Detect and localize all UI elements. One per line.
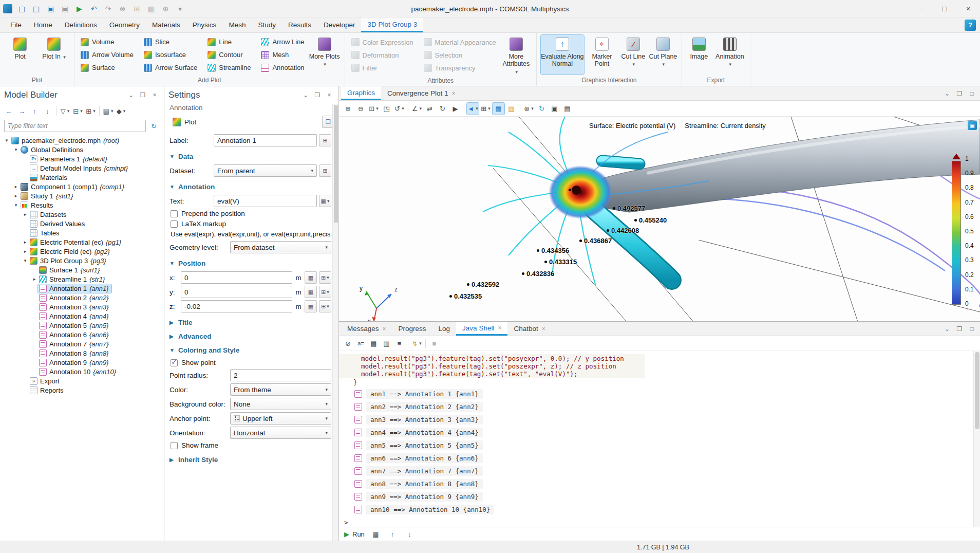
expand-output-icon[interactable]: ▥	[381, 338, 392, 349]
point-radius-input[interactable]	[230, 369, 331, 381]
background-color-select[interactable]: None▾	[230, 398, 331, 410]
expander-icon[interactable]: ▸	[31, 276, 38, 282]
open-file-button[interactable]: ▤	[29, 2, 43, 15]
expander-icon[interactable]: ▸	[12, 193, 20, 198]
scrollbar-thumb[interactable]	[334, 105, 338, 223]
export-image-button[interactable]: Image	[686, 35, 712, 75]
paste-button[interactable]: ▥	[144, 2, 158, 15]
go-to-default-view-icon[interactable]: ↺▾	[393, 103, 405, 115]
section-coloring-and-style[interactable]: ▼Coloring and Style	[169, 342, 331, 356]
measure-icon[interactable]: ▥	[505, 103, 517, 115]
add-arrow-surface-button[interactable]: Arrow Surface	[142, 62, 199, 74]
tree-item-derived-values[interactable]: Derived Values	[0, 219, 164, 228]
tab-geometry[interactable]: Geometry	[103, 17, 146, 32]
show-grid-icon[interactable]: ▦	[493, 103, 504, 115]
color-expression-button[interactable]: Color Expression	[349, 36, 416, 48]
more-attributes-button[interactable]: More Attributes ▾	[500, 35, 532, 75]
panel-menu-icon[interactable]: ⌄	[300, 90, 311, 100]
section-annotation[interactable]: ▼Annotation	[169, 179, 331, 193]
collapse-output-icon[interactable]: ▤	[368, 338, 380, 349]
cut-line-button[interactable]: ∕ Cut Line ▾	[620, 35, 647, 75]
expander-icon[interactable]: ▾	[3, 138, 10, 143]
tree-item-annotation-7[interactable]: Annotation 7{ann7}	[0, 339, 164, 348]
save-as-button[interactable]: ▣	[58, 2, 72, 15]
update-plot-icon[interactable]: ↻	[536, 103, 548, 115]
add-surface-button[interactable]: Surface	[79, 62, 136, 74]
compile-button[interactable]: ⊕	[159, 2, 173, 15]
tab-graphics[interactable]: Graphics	[341, 86, 381, 100]
orientation-select[interactable]: Horizontal▾	[230, 427, 331, 439]
refresh-filter-icon[interactable]: ↻	[148, 120, 160, 132]
color-select[interactable]: From theme▾	[230, 383, 331, 396]
tab-home[interactable]: Home	[28, 17, 59, 32]
marker-point-button[interactable]: ⌖ Marker Point	[586, 35, 618, 75]
float-panel-icon[interactable]: ❒	[954, 88, 965, 99]
add-slice-button[interactable]: Slice	[142, 36, 199, 48]
maximize-panel-icon[interactable]: □	[967, 88, 977, 99]
panel-menu-icon[interactable]: ⌄	[942, 324, 952, 334]
settings-scrollbar[interactable]	[332, 104, 338, 541]
more-plots-button[interactable]: More Plots ▾	[309, 35, 341, 75]
close-tab-icon[interactable]: ×	[383, 325, 386, 333]
show-options-button[interactable]: ▤▾	[102, 105, 114, 117]
add-mesh-button[interactable]: Mesh	[259, 49, 306, 61]
move-down-button[interactable]: ↓	[42, 105, 53, 117]
camera-movie-icon[interactable]: ▶	[449, 103, 461, 115]
section-inherit-style[interactable]: ▶Inherit Style	[169, 452, 331, 466]
plot-in-button[interactable]: Plot In ▾	[38, 35, 70, 75]
float-panel-icon[interactable]: ❒	[138, 90, 148, 100]
scene-rotate-icon[interactable]: ↻	[437, 103, 448, 115]
annotation-text-input[interactable]	[214, 195, 317, 207]
snapshot-camera-icon[interactable]: ▣	[549, 103, 560, 115]
expand-all-button[interactable]: ⊞▾	[85, 105, 97, 117]
history-next-icon[interactable]: ↓	[404, 528, 416, 540]
customize-toolbar-caret[interactable]: ▾	[173, 2, 187, 15]
maximize-panel-icon[interactable]: □	[967, 324, 977, 334]
tree-item-annotation-5[interactable]: Annotation 5{ann5}	[0, 321, 164, 330]
show-variables-icon[interactable]: a=	[355, 338, 367, 349]
zoom-box-icon[interactable]: ⊡▾	[368, 103, 380, 115]
view-orientation-icon[interactable]: ∠▾	[411, 103, 423, 115]
material-appearance-button[interactable]: Material Appearance	[422, 36, 498, 48]
back-button[interactable]: ←	[3, 105, 15, 117]
expander-icon[interactable]: ▸	[12, 184, 20, 189]
java-shell-output[interactable]: model.result("pg3").feature(tag).set("po…	[339, 351, 980, 527]
tab-mesh[interactable]: Mesh	[222, 17, 252, 32]
x-input[interactable]	[181, 271, 292, 284]
tab-study[interactable]: Study	[252, 17, 282, 32]
tab-developer[interactable]: Developer	[317, 17, 362, 32]
close-tab-icon[interactable]: ×	[542, 325, 545, 333]
expander-icon[interactable]: ▾	[22, 258, 29, 263]
section-data[interactable]: ▼Data	[169, 149, 331, 162]
tree-item-component-1[interactable]: ▸Component 1 (comp1){comp1}	[0, 182, 164, 191]
history-previous-icon[interactable]: ↑	[387, 528, 399, 540]
tree-item-tables[interactable]: Tables	[0, 228, 164, 237]
tree-item-annotation-3[interactable]: Annotation 3{ann3}	[0, 302, 164, 311]
tab-physics[interactable]: Physics	[186, 17, 223, 32]
cut-plane-button[interactable]: Cut Plane ▾	[649, 35, 677, 75]
edit-dataset-button[interactable]: ⊞	[319, 164, 331, 177]
collapse-all-button[interactable]: ⊟▾	[72, 105, 84, 117]
add-volume-button[interactable]: Volume	[79, 36, 136, 48]
tree-item-default-model-inputs[interactable]: Default Model Inputs{cminpt}	[0, 163, 164, 173]
tree-item-results[interactable]: ▾Results	[0, 200, 164, 210]
section-position[interactable]: ▼Position	[169, 255, 331, 269]
section-title[interactable]: ▶Title	[169, 315, 331, 328]
add-streamline-button[interactable]: Streamline	[205, 62, 253, 74]
add-annotation-button[interactable]: Annotation	[259, 62, 306, 74]
close-panel-icon[interactable]: ×	[149, 90, 160, 100]
export-animation-button[interactable]: Animation ▾	[714, 35, 746, 75]
move-up-button[interactable]: ↑	[29, 105, 41, 117]
float-panel-icon[interactable]: ❒	[954, 324, 965, 334]
undo-button[interactable]: ↶	[87, 2, 101, 15]
prepend-position-checkbox[interactable]	[171, 210, 178, 217]
tree-item-annotation-8[interactable]: Annotation 8{ann8}	[0, 348, 164, 358]
console-scrollbar[interactable]	[973, 351, 980, 527]
graphics-canvas[interactable]: Surface: Electric potential (V) Streamli…	[339, 117, 980, 321]
text-expression-menu-button[interactable]: ▦▾	[319, 195, 331, 207]
copy-button[interactable]: ⊞	[130, 2, 144, 15]
redo-button[interactable]: ↷	[101, 2, 115, 15]
tab-definitions[interactable]: Definitions	[59, 17, 103, 32]
section-advanced[interactable]: ▶Advanced	[169, 328, 331, 342]
transparency-button[interactable]: Transparency	[422, 62, 498, 74]
